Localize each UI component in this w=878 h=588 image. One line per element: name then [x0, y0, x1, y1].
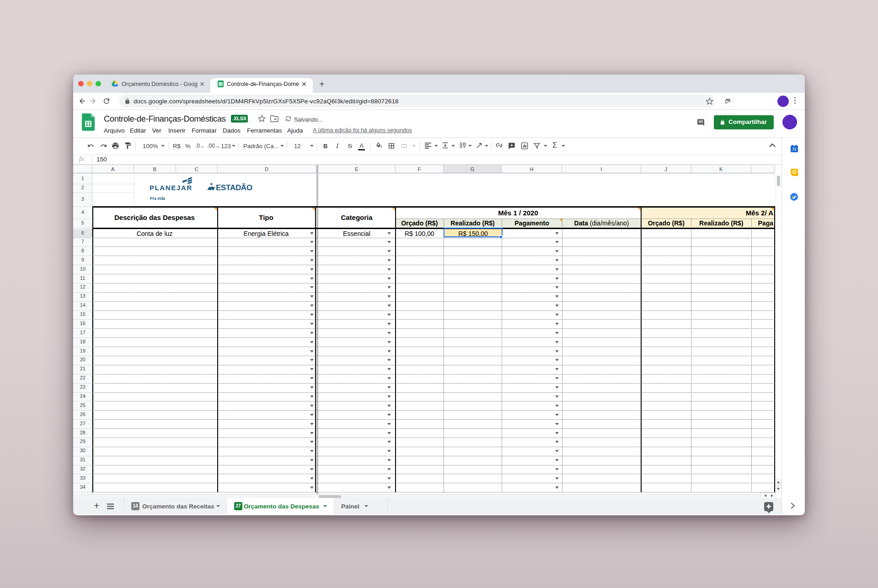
- svg-text:31: 31: [792, 147, 797, 151]
